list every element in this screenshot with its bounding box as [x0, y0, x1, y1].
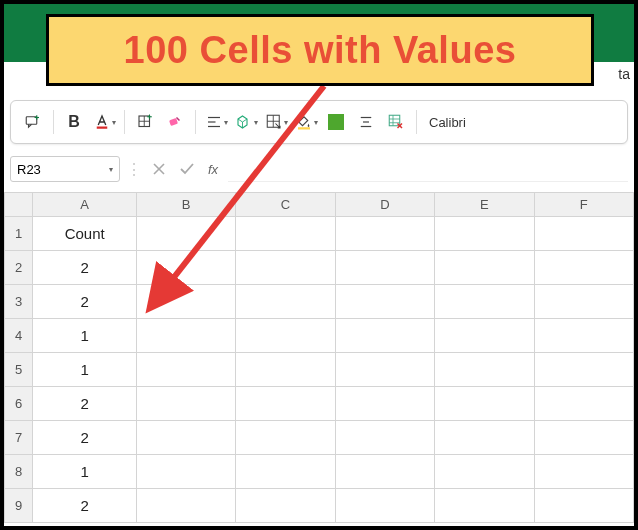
name-box-value: R23	[17, 162, 41, 177]
separator	[195, 110, 196, 134]
cell[interactable]	[136, 489, 235, 523]
row-header[interactable]: 8	[5, 455, 33, 489]
cell[interactable]	[335, 285, 434, 319]
cell[interactable]	[534, 251, 633, 285]
align-button[interactable]: ▾	[202, 107, 230, 137]
cell[interactable]	[435, 421, 534, 455]
fx-label[interactable]: fx	[208, 162, 218, 177]
row-header[interactable]: 4	[5, 319, 33, 353]
font-name-label[interactable]: Calibri	[429, 115, 466, 130]
cell[interactable]	[335, 217, 434, 251]
cell[interactable]	[136, 319, 235, 353]
cell[interactable]	[435, 285, 534, 319]
column-header[interactable]: A	[33, 193, 136, 217]
cell[interactable]	[534, 217, 633, 251]
cell[interactable]	[236, 421, 335, 455]
cell[interactable]	[534, 455, 633, 489]
cell[interactable]	[136, 251, 235, 285]
cell[interactable]	[335, 353, 434, 387]
chevron-down-icon: ▾	[224, 118, 228, 127]
svg-rect-4	[96, 127, 107, 129]
cell[interactable]	[435, 319, 534, 353]
cell[interactable]	[236, 353, 335, 387]
cell[interactable]	[435, 455, 534, 489]
cell[interactable]	[136, 285, 235, 319]
cell[interactable]	[435, 353, 534, 387]
row-header[interactable]: 5	[5, 353, 33, 387]
cell[interactable]	[236, 217, 335, 251]
separator	[416, 110, 417, 134]
cell[interactable]: 1	[33, 353, 136, 387]
cell[interactable]	[435, 387, 534, 421]
cell[interactable]	[136, 421, 235, 455]
cell[interactable]	[534, 285, 633, 319]
cell[interactable]	[236, 285, 335, 319]
table-row: 72	[5, 421, 634, 455]
fill-color-button[interactable]: ▾	[292, 107, 320, 137]
row-header[interactable]: 2	[5, 251, 33, 285]
row-header[interactable]: 7	[5, 421, 33, 455]
name-box[interactable]: R23 ▾	[10, 156, 120, 182]
delete-table-button[interactable]	[382, 107, 410, 137]
cell[interactable]: 2	[33, 421, 136, 455]
new-comment-button[interactable]	[19, 107, 47, 137]
cell[interactable]: 2	[33, 285, 136, 319]
table-row: 92	[5, 489, 634, 523]
font-color-button[interactable]: ▾	[90, 107, 118, 137]
cell[interactable]	[136, 217, 235, 251]
cell[interactable]	[335, 455, 434, 489]
cell[interactable]	[534, 353, 633, 387]
insert-cells-button[interactable]	[131, 107, 159, 137]
center-align-button[interactable]	[352, 107, 380, 137]
clear-format-button[interactable]	[161, 107, 189, 137]
cell[interactable]	[335, 421, 434, 455]
cell[interactable]	[534, 387, 633, 421]
cell[interactable]	[335, 489, 434, 523]
formula-input[interactable]	[228, 156, 628, 182]
cell[interactable]: 2	[33, 251, 136, 285]
column-header[interactable]: E	[435, 193, 534, 217]
cell[interactable]	[335, 387, 434, 421]
cell[interactable]	[236, 251, 335, 285]
row-header[interactable]: 1	[5, 217, 33, 251]
cancel-formula-button[interactable]	[148, 158, 170, 180]
cell[interactable]	[136, 353, 235, 387]
cell[interactable]	[435, 217, 534, 251]
cell[interactable]	[335, 251, 434, 285]
quick-toolbar: B ▾ ▾ ▾ ▾ ▾	[10, 100, 628, 144]
cell[interactable]	[236, 489, 335, 523]
cell[interactable]	[435, 489, 534, 523]
select-all-corner[interactable]	[5, 193, 33, 217]
column-header[interactable]: F	[534, 193, 633, 217]
cell[interactable]	[534, 421, 633, 455]
cell[interactable]	[534, 489, 633, 523]
chevron-down-icon: ▾	[112, 118, 116, 127]
cell[interactable]: 1	[33, 319, 136, 353]
cell[interactable]	[435, 251, 534, 285]
cell[interactable]: 2	[33, 387, 136, 421]
conditional-format-button[interactable]: ▾	[262, 107, 290, 137]
annotation-callout: 100 Cells with Values	[46, 14, 594, 86]
row-header[interactable]: 9	[5, 489, 33, 523]
row-header[interactable]: 3	[5, 285, 33, 319]
column-header[interactable]: D	[335, 193, 434, 217]
cell[interactable]	[136, 455, 235, 489]
cell[interactable]	[534, 319, 633, 353]
cell[interactable]	[335, 319, 434, 353]
cell[interactable]	[236, 387, 335, 421]
row-header[interactable]: 6	[5, 387, 33, 421]
column-header[interactable]: B	[136, 193, 235, 217]
cell[interactable]	[236, 455, 335, 489]
cell[interactable]	[236, 319, 335, 353]
chevron-down-icon[interactable]: ▾	[109, 165, 113, 174]
bold-button[interactable]: B	[60, 107, 88, 137]
cell[interactable]: Count	[33, 217, 136, 251]
cell-fill-button[interactable]	[322, 107, 350, 137]
cell[interactable]: 2	[33, 489, 136, 523]
insert-object-button[interactable]: ▾	[232, 107, 260, 137]
column-header[interactable]: C	[236, 193, 335, 217]
cell[interactable]: 1	[33, 455, 136, 489]
confirm-formula-button[interactable]	[176, 158, 198, 180]
spreadsheet-grid[interactable]: A B C D E F 1Count2232415162728192	[4, 192, 634, 526]
cell[interactable]	[136, 387, 235, 421]
